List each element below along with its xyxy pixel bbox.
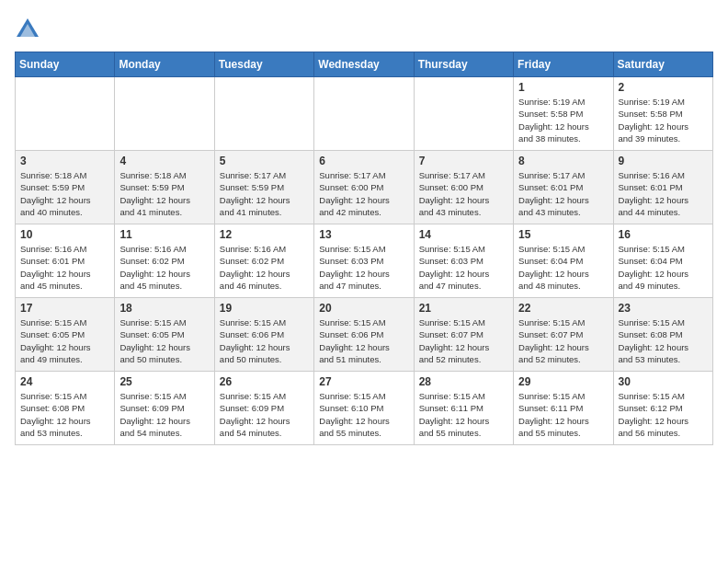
day-info: Sunrise: 5:17 AM Sunset: 6:00 PM Dayligh… [419,169,508,218]
day-number: 3 [20,155,109,167]
day-number: 10 [20,228,109,241]
day-number: 16 [619,228,708,241]
day-info: Sunrise: 5:15 AM Sunset: 6:05 PM Dayligh… [20,316,109,365]
calendar-cell: 29Sunrise: 5:15 AM Sunset: 6:11 PM Dayli… [514,372,613,445]
day-number: 12 [220,228,309,241]
calendar-cell: 4Sunrise: 5:18 AM Sunset: 5:59 PM Daylig… [115,151,214,224]
weekday-header-wednesday: Wednesday [314,52,414,77]
calendar-cell: 6Sunrise: 5:17 AM Sunset: 6:00 PM Daylig… [314,151,414,224]
day-number: 23 [619,302,708,315]
day-number: 26 [220,375,309,388]
calendar-cell: 30Sunrise: 5:15 AM Sunset: 6:12 PM Dayli… [613,372,712,445]
calendar-header: SundayMondayTuesdayWednesdayThursdayFrid… [16,52,713,77]
day-number: 20 [319,302,408,315]
day-info: Sunrise: 5:18 AM Sunset: 5:59 PM Dayligh… [119,169,209,218]
day-info: Sunrise: 5:15 AM Sunset: 6:10 PM Dayligh… [319,390,408,439]
day-number: 25 [119,375,209,388]
day-info: Sunrise: 5:15 AM Sunset: 6:05 PM Dayligh… [119,316,209,365]
day-info: Sunrise: 5:17 AM Sunset: 6:00 PM Dayligh… [319,169,408,218]
page-header [15,15,713,40]
day-number: 8 [518,155,608,167]
calendar-cell [414,77,513,151]
calendar-cell: 20Sunrise: 5:15 AM Sunset: 6:06 PM Dayli… [314,298,414,372]
day-info: Sunrise: 5:19 AM Sunset: 5:58 PM Dayligh… [619,96,708,144]
calendar-body: 1Sunrise: 5:19 AM Sunset: 5:58 PM Daylig… [16,77,713,445]
weekday-header-sunday: Sunday [16,52,115,77]
day-number: 2 [619,81,708,94]
day-number: 15 [518,228,608,241]
day-info: Sunrise: 5:15 AM Sunset: 6:11 PM Dayligh… [518,390,608,439]
day-info: Sunrise: 5:15 AM Sunset: 6:09 PM Dayligh… [220,390,309,439]
day-info: Sunrise: 5:19 AM Sunset: 5:58 PM Dayligh… [518,96,608,144]
calendar-cell: 28Sunrise: 5:15 AM Sunset: 6:11 PM Dayli… [414,372,513,445]
day-info: Sunrise: 5:15 AM Sunset: 6:07 PM Dayligh… [518,316,608,365]
day-number: 9 [619,155,708,167]
day-number: 27 [319,375,408,388]
day-info: Sunrise: 5:15 AM Sunset: 6:03 PM Dayligh… [419,243,508,292]
day-info: Sunrise: 5:18 AM Sunset: 5:59 PM Dayligh… [20,169,109,218]
logo-icon [15,15,40,40]
calendar-cell: 22Sunrise: 5:15 AM Sunset: 6:07 PM Dayli… [514,298,613,372]
day-info: Sunrise: 5:15 AM Sunset: 6:11 PM Dayligh… [419,390,508,439]
weekday-header-tuesday: Tuesday [214,52,313,77]
day-info: Sunrise: 5:15 AM Sunset: 6:12 PM Dayligh… [619,390,708,439]
day-number: 11 [119,228,209,241]
calendar-cell: 3Sunrise: 5:18 AM Sunset: 5:59 PM Daylig… [16,151,115,224]
calendar-cell [16,77,115,151]
calendar-cell [115,77,214,151]
weekday-header-friday: Friday [514,52,613,77]
calendar-week-2: 3Sunrise: 5:18 AM Sunset: 5:59 PM Daylig… [16,151,713,224]
weekday-header-monday: Monday [115,52,214,77]
calendar-week-1: 1Sunrise: 5:19 AM Sunset: 5:58 PM Daylig… [16,77,713,151]
calendar-cell: 19Sunrise: 5:15 AM Sunset: 6:06 PM Dayli… [214,298,313,372]
day-number: 17 [20,302,109,315]
day-info: Sunrise: 5:15 AM Sunset: 6:06 PM Dayligh… [319,316,408,365]
day-info: Sunrise: 5:16 AM Sunset: 6:01 PM Dayligh… [20,243,109,292]
calendar-cell: 13Sunrise: 5:15 AM Sunset: 6:03 PM Dayli… [314,224,414,298]
day-number: 14 [419,228,508,241]
day-info: Sunrise: 5:15 AM Sunset: 6:08 PM Dayligh… [619,316,708,365]
day-info: Sunrise: 5:17 AM Sunset: 6:01 PM Dayligh… [518,169,608,218]
calendar-cell: 11Sunrise: 5:16 AM Sunset: 6:02 PM Dayli… [115,224,214,298]
day-number: 18 [119,302,209,315]
weekday-header-thursday: Thursday [414,52,513,77]
weekday-header-row: SundayMondayTuesdayWednesdayThursdayFrid… [16,52,713,77]
day-info: Sunrise: 5:15 AM Sunset: 6:07 PM Dayligh… [419,316,508,365]
calendar-table: SundayMondayTuesdayWednesdayThursdayFrid… [15,52,713,445]
calendar-cell: 27Sunrise: 5:15 AM Sunset: 6:10 PM Dayli… [314,372,414,445]
day-info: Sunrise: 5:15 AM Sunset: 6:06 PM Dayligh… [220,316,309,365]
day-info: Sunrise: 5:16 AM Sunset: 6:01 PM Dayligh… [619,169,708,218]
calendar-cell: 26Sunrise: 5:15 AM Sunset: 6:09 PM Dayli… [214,372,313,445]
day-number: 30 [619,375,708,388]
day-number: 29 [518,375,608,388]
calendar-cell: 14Sunrise: 5:15 AM Sunset: 6:03 PM Dayli… [414,224,513,298]
day-number: 21 [419,302,508,315]
day-info: Sunrise: 5:16 AM Sunset: 6:02 PM Dayligh… [220,243,309,292]
calendar-cell: 17Sunrise: 5:15 AM Sunset: 6:05 PM Dayli… [16,298,115,372]
day-info: Sunrise: 5:15 AM Sunset: 6:04 PM Dayligh… [619,243,708,292]
calendar-cell [314,77,414,151]
calendar-week-3: 10Sunrise: 5:16 AM Sunset: 6:01 PM Dayli… [16,224,713,298]
day-number: 19 [220,302,309,315]
day-number: 7 [419,155,508,167]
calendar-cell: 8Sunrise: 5:17 AM Sunset: 6:01 PM Daylig… [514,151,613,224]
day-number: 6 [319,155,408,167]
calendar-cell: 10Sunrise: 5:16 AM Sunset: 6:01 PM Dayli… [16,224,115,298]
day-number: 28 [419,375,508,388]
calendar-week-5: 24Sunrise: 5:15 AM Sunset: 6:08 PM Dayli… [16,372,713,445]
calendar-cell: 1Sunrise: 5:19 AM Sunset: 5:58 PM Daylig… [514,77,613,151]
calendar-cell: 7Sunrise: 5:17 AM Sunset: 6:00 PM Daylig… [414,151,513,224]
weekday-header-saturday: Saturday [613,52,712,77]
calendar-cell: 23Sunrise: 5:15 AM Sunset: 6:08 PM Dayli… [613,298,712,372]
calendar-cell: 9Sunrise: 5:16 AM Sunset: 6:01 PM Daylig… [613,151,712,224]
day-number: 13 [319,228,408,241]
calendar-cell [214,77,313,151]
day-info: Sunrise: 5:16 AM Sunset: 6:02 PM Dayligh… [119,243,209,292]
calendar-week-4: 17Sunrise: 5:15 AM Sunset: 6:05 PM Dayli… [16,298,713,372]
day-info: Sunrise: 5:17 AM Sunset: 5:59 PM Dayligh… [220,169,309,218]
day-info: Sunrise: 5:15 AM Sunset: 6:08 PM Dayligh… [20,390,109,439]
day-info: Sunrise: 5:15 AM Sunset: 6:03 PM Dayligh… [319,243,408,292]
calendar-cell: 24Sunrise: 5:15 AM Sunset: 6:08 PM Dayli… [16,372,115,445]
calendar-cell: 2Sunrise: 5:19 AM Sunset: 5:58 PM Daylig… [613,77,712,151]
logo [15,15,44,40]
